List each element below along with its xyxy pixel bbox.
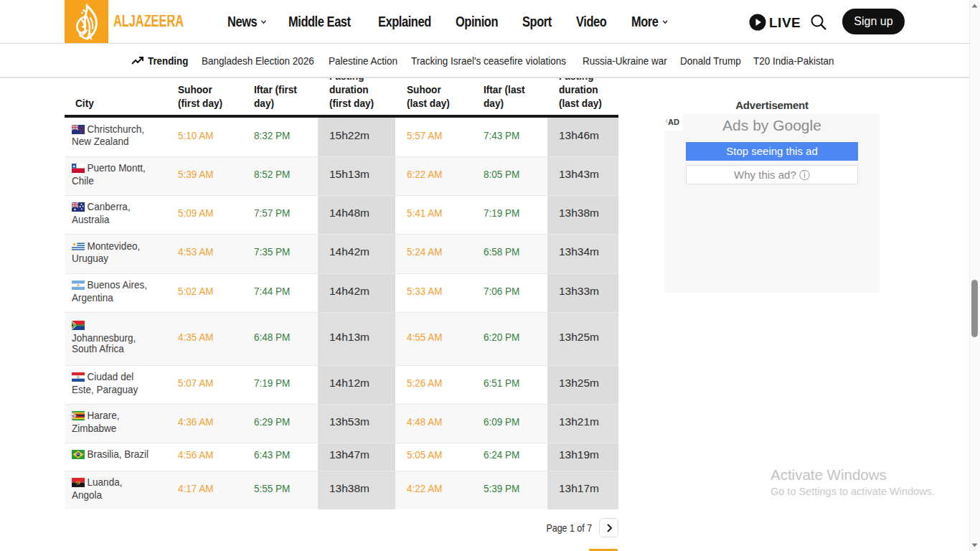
svg-text:ALJAZEERA: ALJAZEERA [113,15,184,29]
